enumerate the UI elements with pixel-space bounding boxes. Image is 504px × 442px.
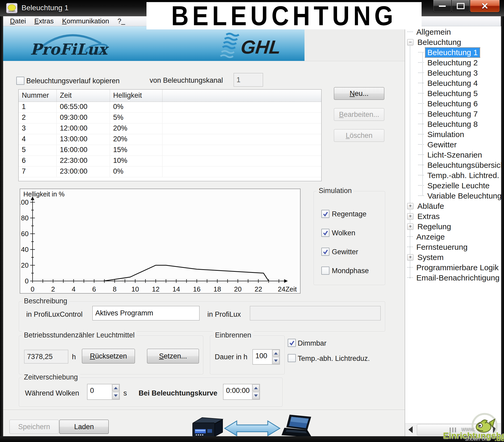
svg-text:22: 22: [255, 285, 262, 293]
scroll-thumb[interactable]: [417, 424, 489, 435]
save-button[interactable]: Speichern: [9, 420, 59, 434]
edit-button[interactable]: Bearbeiten...: [334, 108, 384, 121]
tree-item-label: Abläufe: [416, 201, 446, 211]
tree-item-extras[interactable]: +Extras: [405, 211, 501, 221]
tree-connector: [418, 195, 424, 196]
reset-hours-button[interactable]: Rücksetzen: [82, 349, 135, 363]
delete-button[interactable]: Löschen: [334, 129, 384, 142]
tree-item-spezielle-leuchte[interactable]: Spezielle Leuchte: [405, 180, 501, 191]
tree-item-label: Simulation: [426, 130, 466, 139]
table-cell: 13:00:00: [57, 134, 110, 145]
set-hours-button[interactable]: Setzen...: [147, 349, 199, 363]
profilux-name-input[interactable]: [250, 306, 381, 320]
temp-reduction-checkbox[interactable]: [288, 354, 296, 362]
tree-item-regelung[interactable]: +Regelung: [405, 221, 501, 232]
tree-item-beleuchtung-6[interactable]: Beleuchtung 6: [405, 98, 501, 109]
tree-connector: [418, 134, 424, 135]
table-row[interactable]: 312:00:0020%: [19, 123, 321, 134]
tree-scrollbar[interactable]: [405, 423, 501, 435]
table-cell: 23:00:00: [57, 167, 110, 177]
tree-item-licht-szenarien[interactable]: Licht-Szenarien: [405, 150, 501, 160]
tree-item-beleuchtung-3[interactable]: Beleuchtung 3: [405, 68, 501, 78]
tree-item-beleuchtung-7[interactable]: Beleuchtung 7: [405, 109, 501, 119]
table-row[interactable]: 106:55:000%: [19, 102, 321, 113]
menu-item-datei[interactable]: Datei: [6, 16, 30, 26]
tree-item-beleuchtung-1[interactable]: Beleuchtung 1: [405, 47, 501, 58]
column-header-zeit[interactable]: Zeit: [57, 90, 110, 102]
tree-item-label: Spezielle Leuchte: [426, 181, 491, 190]
menu-item-kommunikation[interactable]: Kommunikation: [58, 16, 113, 26]
application-window: Beleuchtung 1 ✕ BELEUCHTUNG DateiExtrasK…: [0, 0, 504, 442]
duration-spinner[interactable]: 100: [253, 349, 280, 365]
table-cell: [162, 156, 321, 166]
hours-value-input[interactable]: [24, 350, 68, 363]
tree-item-anzeige[interactable]: Anzeige: [405, 232, 501, 242]
menu-item-extras[interactable]: Extras: [30, 16, 58, 26]
tree-item-simulation[interactable]: Simulation: [405, 129, 501, 139]
clouds-shift-spinner[interactable]: 0: [87, 384, 120, 400]
tree-item-beleuchtung[interactable]: −Beleuchtung: [405, 37, 501, 47]
expand-toggle-icon[interactable]: +: [407, 203, 413, 209]
wolken-checkbox[interactable]: [321, 229, 329, 237]
copy-curve-checkbox[interactable]: [16, 77, 24, 85]
table-row[interactable]: 209:30:005%: [19, 113, 321, 123]
copy-curve-label: Beleuchtungsverlauf kopieren: [26, 77, 120, 85]
close-button[interactable]: ✕: [470, 0, 500, 12]
expand-toggle-icon[interactable]: +: [407, 213, 413, 220]
ghl-logo: GHL: [218, 31, 297, 60]
tree-item-gewitter[interactable]: Gewitter: [405, 139, 501, 150]
tree-item-temp-abh-lichtred[interactable]: Temp.-abh. Lichtred.: [405, 170, 501, 180]
column-header-helligkeit[interactable]: Helligkeit: [110, 90, 162, 102]
transfer-indicator[interactable]: [187, 414, 313, 436]
clouds-down-button[interactable]: [112, 392, 119, 399]
tree-item-beleuchtung-4[interactable]: Beleuchtung 4: [405, 78, 501, 88]
dimmable-checkbox[interactable]: [288, 339, 296, 347]
curve-down-button[interactable]: [253, 392, 259, 399]
column-header-nummer[interactable]: Nummer: [19, 90, 57, 102]
new-button[interactable]: Neu...: [334, 87, 384, 100]
curve-shift-spinner[interactable]: 0:00:00: [223, 384, 260, 400]
tree-item-email-benachrichtigung[interactable]: Email-Benachrichtigung: [405, 273, 501, 283]
tree-item-label: Beleuchtung 7: [426, 109, 480, 119]
curve-up-button[interactable]: [253, 384, 259, 392]
tree-item-system[interactable]: +System: [405, 252, 501, 262]
table-row[interactable]: 723:00:000%: [19, 167, 321, 177]
scroll-right-button[interactable]: [490, 424, 500, 435]
tree-item-label: Beleuchtungsübersicht: [426, 160, 501, 170]
table-cell: 3: [19, 123, 57, 134]
regentage-checkbox[interactable]: [321, 210, 329, 218]
tree-item-beleuchtung-5[interactable]: Beleuchtung 5: [405, 88, 501, 98]
minimize-button[interactable]: [433, 0, 452, 12]
mondphase-checkbox[interactable]: [321, 267, 329, 275]
duration-up-button[interactable]: [272, 350, 279, 357]
table-row[interactable]: 516:00:0015%: [19, 145, 321, 156]
hours-unit-label: h: [72, 353, 76, 361]
collapse-toggle-icon[interactable]: −: [407, 39, 413, 45]
tree-item-variable-beleuchtung[interactable]: Variable Beleuchtung: [405, 191, 501, 201]
table-row[interactable]: 622:30:0010%: [19, 156, 321, 167]
duration-down-button[interactable]: [272, 357, 279, 364]
tree-item-beleuchtungs-bersicht[interactable]: Beleuchtungsübersicht: [405, 160, 501, 170]
tree-item-label: Fernsteuerung: [414, 242, 469, 252]
tree-connector: [418, 52, 424, 53]
schedule-table[interactable]: NummerZeitHelligkeit 106:55:000%209:30:0…: [18, 89, 322, 181]
tree-item-programmierbare-logik[interactable]: Programmierbare Logik: [405, 262, 501, 273]
expand-toggle-icon[interactable]: +: [407, 223, 413, 230]
tree-item-label: Licht-Szenarien: [426, 150, 484, 160]
gewitter-checkbox[interactable]: [321, 248, 329, 256]
svg-text:60: 60: [21, 230, 29, 238]
scroll-left-button[interactable]: [405, 424, 416, 435]
tree-connector: [418, 83, 424, 84]
tree-item-beleuchtung-2[interactable]: Beleuchtung 2: [405, 58, 501, 68]
tree-item-abl-ufe[interactable]: +Abläufe: [405, 201, 501, 211]
profiluxcontrol-name-input[interactable]: [92, 306, 200, 320]
tree-item-beleuchtung-8[interactable]: Beleuchtung 8: [405, 119, 501, 129]
maximize-button[interactable]: [452, 0, 470, 12]
load-button[interactable]: Laden: [59, 420, 109, 434]
clouds-up-button[interactable]: [112, 384, 119, 392]
expand-toggle-icon[interactable]: +: [407, 254, 413, 261]
tree-item-fernsteuerung[interactable]: Fernsteuerung: [405, 242, 501, 252]
menu-item-help[interactable]: ?_: [113, 16, 129, 26]
table-row[interactable]: 413:00:0020%: [19, 134, 321, 145]
channel-input[interactable]: [234, 73, 263, 87]
